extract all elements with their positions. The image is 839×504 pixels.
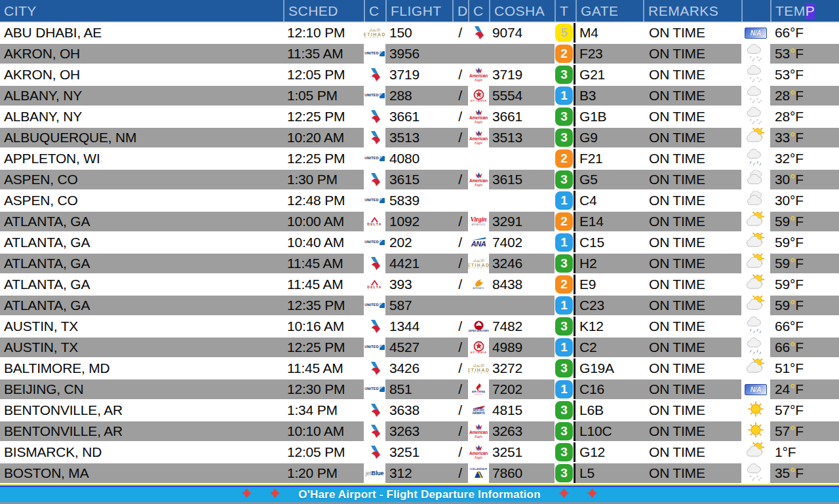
terminal-badge: 3 [555,128,573,147]
codeshare-number-cell [489,296,555,315]
american-airlines-logo [368,172,382,187]
terminal-badge: 1 [555,338,573,357]
city-cell: ATLANTA, GA [0,212,283,231]
degree-symbol: ° [790,256,795,271]
flight-number-cell: 1344 [385,317,452,336]
codeshare-logo-cell [468,149,489,168]
codeshare-number-cell [489,149,555,168]
weather-na-icon: N/A [745,384,767,395]
terminal-badge: 1 [555,87,573,105]
flight-number-cell: 4421 [385,254,452,273]
codeshare-number-cell [489,191,555,210]
weather-partly-icon [745,254,766,273]
terminal-badge: 2 [555,275,573,294]
weather-sunny-icon [746,421,766,441]
city-cell: BOSTON, MA [0,463,283,483]
city-cell: BEIJING, CN [0,379,283,399]
table-row: AUSTIN, TX12:25 PMUNITED4527/AIR CANADA4… [0,338,839,357]
sched-cell: 1:30 PM [283,170,364,189]
american-airlines-logo [368,445,382,459]
city-cell: ALBANY, NY [0,86,283,106]
terminal-badge: 3 [555,401,573,419]
terminal-cell: 3 [555,421,576,441]
united-logo: UNITED [364,240,385,245]
codeshare-number-cell: 5554 [489,86,555,106]
virgin-atlantic-logo: Virginatlantic [468,216,489,227]
gate-cell: G12 [576,442,643,462]
remarks-cell: ON TIME [643,128,741,147]
city-cell: AUSTIN, TX [0,317,283,336]
terminal-cell: 3 [555,107,576,126]
codeshare-number-cell: 4815 [489,400,555,420]
table-row: APPLETON, WI12:25 PMUNITED40802F21ON TIM… [0,149,839,168]
terminal-badge: 3 [555,254,573,273]
japan-airlines-logo: JAPAN AIRLINES [468,320,489,333]
codeshare-slash-cell: / [452,359,468,378]
terminal-cell: 1 [555,86,576,106]
codeshare-slash-cell [452,191,468,210]
british-airways-logo: BRITISHAIRWAYS [468,406,489,416]
gate-cell: G5 [576,170,643,189]
weather-cell [741,65,770,85]
temp-cell: 59°F [770,275,839,294]
temp-cell: 53°F [770,44,839,64]
codeshare-number-cell: 3719 [489,65,555,85]
weather-cell [741,359,770,378]
table-row: AKRON, OH12:05 PM3719/AmericanEagle37193… [0,65,839,85]
degree-symbol: ° [790,109,795,125]
american-eagle-logo: AmericanEagle [468,424,489,438]
weather-cloudy-icon [745,191,766,210]
terminal-cell: 3 [555,359,576,378]
sched-cell: 10:40 AM [283,233,364,252]
united-logo: UNITED [364,387,385,392]
terminal-badge: 3 [555,359,573,378]
city-cell: ATLANTA, GA [0,296,283,315]
gate-cell: C23 [576,296,643,315]
codeshare-slash-cell: / [452,421,468,441]
terminal-badge: 3 [555,66,573,84]
column-header-gate: GATE [576,0,643,22]
american-airlines-logo [471,26,486,40]
codeshare-slash-cell: / [452,379,468,399]
city-cell: AKRON, OH [0,44,283,64]
table-row: BENTONVILLE, AR10:10 AM3263/AmericanEagl… [0,421,839,441]
temp-cell: 53°F [770,65,839,85]
carrier-logo-cell: DELTA [364,212,385,231]
sched-cell: 12:25 PM [283,107,364,126]
city-cell: ATLANTA, GA [0,275,283,294]
weather-partly-icon [745,296,766,315]
degree-symbol: ° [790,67,795,83]
carrier-logo-cell [364,128,385,147]
weather-snow-icon [746,463,766,483]
gate-cell: G1B [576,107,643,126]
codeshare-logo-cell: AIR CANADA [468,338,489,357]
weather-cell [741,317,770,336]
codeshare-number-cell: 8438 [489,275,555,294]
terminal-badge: 3 [555,443,573,461]
codeshare-number-cell: 7860 [489,463,555,483]
column-header-temp: TEMP [770,0,839,22]
carrier-logo-cell [364,107,385,126]
weather-cell [741,107,770,126]
ana-logo: ANA [468,237,489,248]
remarks-cell: ON TIME [643,65,741,85]
gate-cell: G21 [576,65,643,85]
terminal-cell: 3 [555,442,576,462]
terminal-cell: 2 [555,44,576,64]
gate-cell: M4 [576,23,643,43]
terminal-badge: 1 [555,296,573,315]
carrier-logo-cell: الاتحادETIHADA I R W A Y S [364,23,385,43]
sched-cell: 11:45 AM [283,359,364,378]
delta-logo: DELTA [364,217,385,226]
city-cell: ALBANY, NY [0,107,283,126]
weather-partly-icon [745,442,766,462]
temp-cell: 28°F [770,86,839,106]
carrier-logo-cell [364,400,385,420]
terminal-badge: 1 [555,191,573,210]
air-china-logo: AIR CHINA▪▪▪▪▪▪▪▪ [468,383,489,396]
codeshare-logo-cell: AmericanEagle [468,442,489,462]
city-cell: BALTIMORE, MD [0,359,283,378]
terminal-cell: 5 [555,23,576,43]
carrier-logo-cell: UNITED [364,379,385,399]
flight-number-cell: 150 [385,23,452,43]
